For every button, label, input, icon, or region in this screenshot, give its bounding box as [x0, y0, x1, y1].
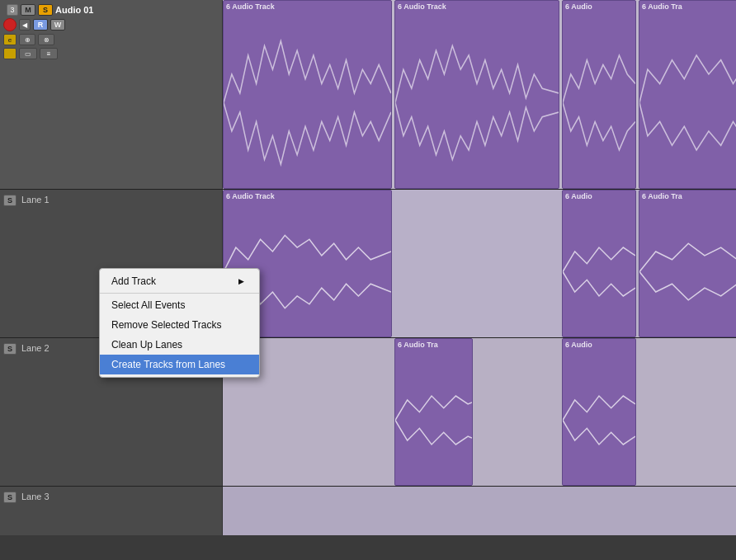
lane2-clip2-label: 6 Audio [565, 341, 592, 349]
main-clip-1[interactable]: 6 Audio Track [223, 0, 392, 189]
lane3-name: Lane 3 [21, 492, 50, 501]
track-name: Audio 01 [55, 5, 93, 15]
daw-container: 3 M S Audio 01 ◀ R W e ⊕ ⊗ [0, 0, 736, 560]
lane3-content [223, 487, 736, 535]
clip-3-label: 6 Audio [565, 2, 592, 11]
lane2-waveform-2 [563, 355, 635, 485]
mute-button[interactable]: M [21, 4, 35, 16]
lane1-clip-2[interactable]: 6 Audio [562, 190, 636, 337]
lane2-content: 6 Audio Tra 6 Audio [223, 338, 736, 486]
clean-up-label: Clean Up Lanes [111, 339, 182, 351]
yellow-btn[interactable] [3, 48, 17, 59]
lane1-clip1-label: 6 Audio Track [226, 192, 275, 200]
lane3-header: S Lane 3 [0, 487, 223, 535]
lane3-row: S Lane 3 [0, 487, 736, 535]
solo-button[interactable]: S [38, 4, 53, 16]
main-track-top: 3 M S Audio 01 [3, 2, 219, 18]
lane1-content: 6 Audio Track 6 Audio [223, 190, 736, 337]
menu-item-remove-selected[interactable]: Remove Selected Tracks [100, 315, 259, 335]
menu-item-select-all[interactable]: Select All Events [100, 295, 259, 315]
ctrl-btn1[interactable]: e [3, 34, 17, 45]
create-tracks-label: Create Tracks from Lanes [111, 359, 225, 370]
menu-item-create-tracks[interactable]: Create Tracks from Lanes [100, 355, 259, 374]
menu-item-clean-up[interactable]: Clean Up Lanes [100, 335, 259, 355]
extra-controls: e ⊕ ⊗ [3, 34, 219, 45]
read-button[interactable]: R [33, 19, 48, 31]
lane1-name: Lane 1 [21, 195, 50, 205]
rewind-button[interactable]: ◀ [19, 19, 31, 31]
clip-2-label: 6 Audio Track [398, 2, 446, 11]
remove-selected-label: Remove Selected Tracks [111, 319, 221, 331]
lane1-clip2-label: 6 Audio [565, 192, 592, 200]
menu-separator [100, 293, 259, 294]
main-clip-2[interactable]: 6 Audio Track [394, 0, 559, 189]
main-track-content: 6 Audio Track 6 Audio Track [223, 0, 736, 189]
main-track-row: 3 M S Audio 01 ◀ R W e ⊕ ⊗ [0, 0, 736, 190]
waveform-2 [395, 17, 559, 188]
lane2-waveform-1 [395, 355, 472, 485]
lane1-waveform-2 [563, 207, 635, 336]
record-button[interactable] [3, 18, 17, 31]
clip-btn[interactable]: ▭ [19, 48, 37, 59]
menu-item-add-track[interactable]: Add Track [100, 271, 259, 291]
lane3-solo-button[interactable]: S [3, 492, 17, 503]
write-button[interactable]: W [50, 19, 65, 31]
lane1-solo-button[interactable]: S [3, 195, 17, 206]
select-all-label: Select All Events [111, 299, 185, 311]
context-menu: Add Track Select All Events Remove Selec… [99, 268, 260, 378]
ctrl-btn3[interactable]: ⊗ [38, 34, 54, 45]
lane1-waveform-3 [639, 207, 736, 336]
lane1-clip3-label: 6 Audio Tra [642, 192, 682, 200]
lane2-clip1-label: 6 Audio Tra [398, 341, 438, 349]
track-number: 3 [7, 4, 18, 16]
main-clip-3[interactable]: 6 Audio [562, 0, 636, 189]
lane2-clip-2[interactable]: 6 Audio [562, 338, 636, 486]
ctrl-btn2[interactable]: ⊕ [19, 34, 35, 45]
waveform-3 [563, 17, 635, 188]
lane1-clip-3[interactable]: 6 Audio Tra [639, 190, 736, 337]
main-clip-4[interactable]: 6 Audio Tra [639, 0, 736, 189]
lane2-name: Lane 2 [21, 343, 50, 353]
waveform-1 [224, 17, 391, 188]
record-controls: ◀ R W [3, 18, 219, 31]
lanes-btn[interactable]: ≡ [40, 48, 58, 59]
main-track-header: 3 M S Audio 01 ◀ R W e ⊕ ⊗ [0, 0, 223, 189]
lane2-solo-button[interactable]: S [3, 343, 17, 355]
add-track-label: Add Track [111, 275, 156, 287]
clip-1-label: 6 Audio Track [226, 2, 275, 11]
lane2-clip-1[interactable]: 6 Audio Tra [394, 338, 473, 486]
lane-controls: ▭ ≡ [3, 48, 219, 59]
waveform-4 [639, 17, 736, 188]
clip-4-label: 6 Audio Tra [642, 2, 682, 11]
